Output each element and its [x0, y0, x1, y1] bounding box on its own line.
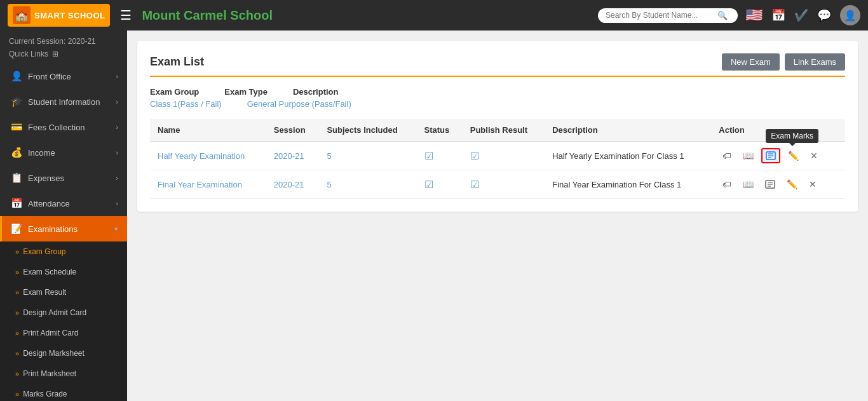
sidebar-item-student-information[interactable]: 🎓 Student Information › [0, 89, 127, 114]
exam-marks-button-row2[interactable] [761, 177, 779, 191]
new-exam-button[interactable]: New Exam [722, 53, 780, 71]
front-office-icon: 👤 [11, 71, 23, 82]
delete-button-row2[interactable]: ✕ [805, 177, 820, 192]
publish-check-icon: ☑ [470, 179, 479, 190]
arrow-icon: » [15, 370, 19, 377]
exam-table: Name Session Subjects Included Status Pu… [150, 119, 845, 199]
quicklinks-label: Quick Links [9, 50, 48, 58]
sidebar-item-examinations[interactable]: 📝 Examinations ▾ [0, 216, 127, 241]
col-action: Action [711, 119, 845, 142]
grid-icon[interactable]: ⊞ [52, 50, 58, 58]
arrow-icon: » [15, 268, 19, 276]
row1-name[interactable]: Half Yearly Examination [150, 142, 266, 170]
income-icon: 💰 [11, 147, 23, 158]
main-content: Exam List New Exam Link Exams Exam Group… [127, 31, 868, 401]
col-subjects: Subjects Included [319, 119, 416, 142]
exam-marks-button-row1[interactable] [761, 148, 780, 163]
chevron-icon: › [116, 200, 118, 207]
arrow-icon: » [15, 350, 19, 357]
action-icons-row1: 🏷 📖 Exam M [719, 148, 837, 163]
tag-button-row2[interactable]: 🏷 [719, 177, 735, 192]
session-label: Current Session: 2020-21 [0, 31, 127, 48]
sidebar-item-exam-result[interactable]: » Exam Result [0, 282, 127, 302]
book-button-row2[interactable]: 📖 [739, 177, 757, 192]
row2-name[interactable]: Final Year Examination [150, 170, 266, 199]
row1-status: ☑ [417, 142, 463, 170]
link-exams-button[interactable]: Link Exams [785, 53, 845, 71]
delete-button-row1[interactable]: ✕ [806, 148, 822, 163]
table-head: Name Session Subjects Included Status Pu… [150, 119, 845, 142]
exam-group-label: Exam Group [23, 247, 65, 256]
fees-label: Fees Collection [28, 123, 85, 132]
row2-description: Final Year Examination For Class 1 [545, 170, 711, 199]
design-admit-card-label: Design Admit Card [23, 308, 86, 317]
quicklinks: Quick Links ⊞ [0, 48, 127, 64]
chevron-down-icon: ▾ [114, 225, 118, 233]
table-body: Half Yearly Examination 2020-21 5 ☑ ☑ Ha… [150, 142, 845, 199]
search-icon[interactable]: 🔍 [717, 11, 728, 20]
marks-grade-label: Marks Grade [23, 390, 67, 398]
arrow-icon: » [15, 309, 19, 316]
edit-button-row1[interactable]: ✏️ [784, 148, 803, 163]
flag-icon[interactable]: 🇺🇸 [745, 7, 763, 24]
chevron-icon: › [116, 98, 118, 105]
arrow-icon: » [15, 248, 19, 255]
calendar-icon[interactable]: 📅 [771, 8, 785, 22]
exam-group-label: Exam Group [150, 87, 199, 97]
sidebar-item-fees-collection[interactable]: 💳 Fees Collection › [0, 114, 127, 140]
income-label: Income [28, 148, 55, 158]
expenses-icon: 📋 [11, 172, 23, 184]
exam-schedule-label: Exam Schedule [23, 268, 76, 276]
sidebar-item-front-office[interactable]: 👤 Front Office › [0, 64, 127, 89]
exam-result-label: Exam Result [23, 288, 66, 297]
action-icons-row2: 🏷 📖 ✏️ [719, 177, 837, 192]
sidebar-item-print-admit-card[interactable]: » Print Admit Card [0, 323, 127, 343]
sidebar-item-design-admit-card[interactable]: » Design Admit Card [0, 302, 127, 323]
search-bar: 🔍 [598, 8, 738, 23]
col-status: Status [417, 119, 463, 142]
page-title: Exam List [150, 55, 204, 69]
attendance-label: Attendance [28, 199, 70, 208]
row1-session: 2020-21 [266, 142, 320, 170]
search-input[interactable] [606, 11, 714, 20]
sidebar-item-attendance[interactable]: 📅 Attendance › [0, 191, 127, 216]
table-row: Half Yearly Examination 2020-21 5 ☑ ☑ Ha… [150, 142, 845, 170]
row1-subjects: 5 [319, 142, 416, 170]
row1-publish: ☑ [463, 142, 545, 170]
col-name: Name [150, 119, 266, 142]
student-info-icon: 🎓 [11, 96, 23, 107]
tasks-icon[interactable]: ✔️ [794, 8, 808, 22]
logo-text: SMART SCHOOL [34, 11, 105, 20]
status-check-icon: ☑ [424, 151, 433, 161]
sidebar-item-income[interactable]: 💰 Income › [0, 140, 127, 165]
user-avatar[interactable]: 👤 [840, 5, 860, 25]
header-buttons: New Exam Link Exams [722, 53, 845, 71]
book-button-row1[interactable]: 📖 [739, 148, 757, 163]
card-header: Exam List New Exam Link Exams [150, 53, 845, 77]
col-description: Description [545, 119, 711, 142]
hamburger-menu[interactable]: ☰ [118, 5, 134, 25]
sidebar-item-print-marksheet[interactable]: » Print Marksheet [0, 364, 127, 384]
exam-type-value: General Purpose (Pass/Fail) [247, 99, 351, 109]
arrow-icon: » [15, 390, 19, 398]
chevron-icon: › [116, 72, 118, 80]
row2-actions: 🏷 📖 ✏️ [711, 170, 845, 199]
tag-button-row1[interactable]: 🏷 [719, 148, 735, 163]
sidebar-item-expenses[interactable]: 📋 Expenses › [0, 165, 127, 191]
sidebar-item-marks-grade[interactable]: » Marks Grade [0, 384, 127, 401]
whatsapp-icon[interactable]: 💬 [817, 8, 831, 22]
nav-icons: 🇺🇸 📅 ✔️ 💬 👤 [745, 5, 860, 25]
school-name: Mount Carmel School [142, 8, 590, 23]
arrow-icon: » [15, 289, 19, 296]
row2-session: 2020-21 [266, 170, 320, 199]
exams-label: Examinations [28, 224, 78, 234]
chevron-icon: › [116, 149, 118, 156]
sidebar-item-exam-group[interactable]: » Exam Group [0, 241, 127, 262]
exam-meta: Exam Group Exam Type Description Class 1… [150, 87, 845, 109]
exam-meta-row-1: Exam Group Exam Type Description [150, 87, 845, 97]
sidebar-item-design-marksheet[interactable]: » Design Marksheet [0, 343, 127, 364]
edit-button-row2[interactable]: ✏️ [783, 177, 801, 192]
fees-icon: 💳 [11, 121, 23, 133]
sidebar-item-exam-schedule[interactable]: » Exam Schedule [0, 262, 127, 282]
row2-status: ☑ [417, 170, 463, 199]
